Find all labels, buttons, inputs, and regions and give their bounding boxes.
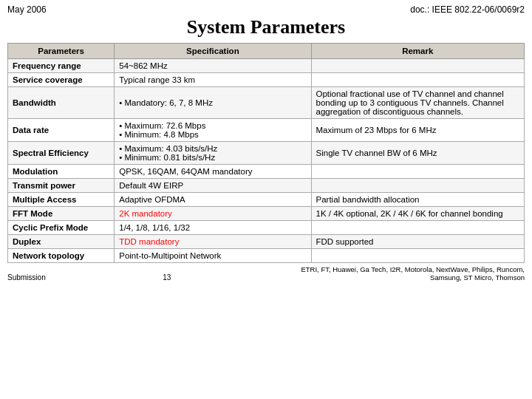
header: May 2006 doc.: IEEE 802.22-06/0069r2 xyxy=(7,4,525,15)
table-row: Cyclic Prefix Mode1/4, 1/8, 1/16, 1/32 xyxy=(8,221,525,235)
cell-param: Modulation xyxy=(8,165,115,179)
footer-left: Submission xyxy=(7,273,46,282)
footer: Submission 13 ETRI, FT, Huawei, Ga Tech,… xyxy=(7,265,525,282)
cell-remark: FDD supported xyxy=(311,235,524,249)
cell-spec: • Maximum: 72.6 Mbps• Minimum: 4.8 Mbps xyxy=(115,119,311,142)
table-row: Multiple AccessAdaptive OFDMAPartial ban… xyxy=(8,193,525,207)
cell-spec: 2K mandatory xyxy=(115,207,311,221)
cell-param: Service coverage xyxy=(8,73,115,87)
cell-spec: 54~862 MHz xyxy=(115,59,311,73)
table-row: Service coverageTypical range 33 km xyxy=(8,73,525,87)
cell-spec: Typical range 33 km xyxy=(115,73,311,87)
cell-param: Multiple Access xyxy=(8,193,115,207)
table-row: DuplexTDD mandatoryFDD supported xyxy=(8,235,525,249)
cell-param: Cyclic Prefix Mode xyxy=(8,221,115,235)
cell-remark xyxy=(311,249,524,263)
table-row: Frequency range54~862 MHz xyxy=(8,59,525,73)
cell-spec: Adaptive OFDMA xyxy=(115,193,311,207)
table-row: Bandwidth• Mandatory: 6, 7, 8 MHzOptiona… xyxy=(8,87,525,119)
header-left: May 2006 xyxy=(7,4,47,15)
cell-param: Network topology xyxy=(8,249,115,263)
cell-param: Spectral Efficiency xyxy=(8,142,115,165)
footer-center: 13 xyxy=(46,273,288,282)
page: May 2006 doc.: IEEE 802.22-06/0069r2 Sys… xyxy=(0,0,532,399)
cell-param: Frequency range xyxy=(8,59,115,73)
cell-remark: Maximum of 23 Mbps for 6 MHz xyxy=(311,119,524,142)
header-right: doc.: IEEE 802.22-06/0069r2 xyxy=(410,4,525,15)
cell-spec: • Mandatory: 6, 7, 8 MHz xyxy=(115,87,311,119)
table-row: Network topologyPoint-to-Multipoint Netw… xyxy=(8,249,525,263)
cell-param: FFT Mode xyxy=(8,207,115,221)
cell-remark xyxy=(311,59,524,73)
cell-spec: QPSK, 16QAM, 64QAM mandatory xyxy=(115,165,311,179)
cell-remark: Optional fractional use of TV channel an… xyxy=(311,87,524,119)
cell-remark xyxy=(311,165,524,179)
cell-spec: TDD mandatory xyxy=(115,235,311,249)
cell-param: Data rate xyxy=(8,119,115,142)
footer-right: ETRI, FT, Huawei, Ga Tech, I2R, Motorola… xyxy=(288,265,525,282)
cell-remark: Single TV channel BW of 6 MHz xyxy=(311,142,524,165)
cell-remark: 1K / 4K optional, 2K / 4K / 6K for chann… xyxy=(311,207,524,221)
cell-remark: Partial bandwidth allocation xyxy=(311,193,524,207)
cell-param: Duplex xyxy=(8,235,115,249)
table-row: Transmit powerDefault 4W EIRP xyxy=(8,179,525,193)
cell-spec: 1/4, 1/8, 1/16, 1/32 xyxy=(115,221,311,235)
cell-param: Transmit power xyxy=(8,179,115,193)
col-header-param: Parameters xyxy=(8,44,115,59)
col-header-spec: Specification xyxy=(115,44,311,59)
page-title: System Parameters xyxy=(7,16,525,38)
table-row: FFT Mode2K mandatory1K / 4K optional, 2K… xyxy=(8,207,525,221)
cell-param: Bandwidth xyxy=(8,87,115,119)
table-row: Data rate• Maximum: 72.6 Mbps• Minimum: … xyxy=(8,119,525,142)
parameters-table: Parameters Specification Remark Frequenc… xyxy=(7,43,525,263)
cell-spec: Default 4W EIRP xyxy=(115,179,311,193)
table-row: Spectral Efficiency• Maximum: 4.03 bits/… xyxy=(8,142,525,165)
cell-remark xyxy=(311,73,524,87)
col-header-remark: Remark xyxy=(311,44,524,59)
table-row: ModulationQPSK, 16QAM, 64QAM mandatory xyxy=(8,165,525,179)
cell-spec: Point-to-Multipoint Network xyxy=(115,249,311,263)
cell-spec: • Maximum: 4.03 bits/s/Hz• Minimum: 0.81… xyxy=(115,142,311,165)
cell-remark xyxy=(311,179,524,193)
cell-remark xyxy=(311,221,524,235)
